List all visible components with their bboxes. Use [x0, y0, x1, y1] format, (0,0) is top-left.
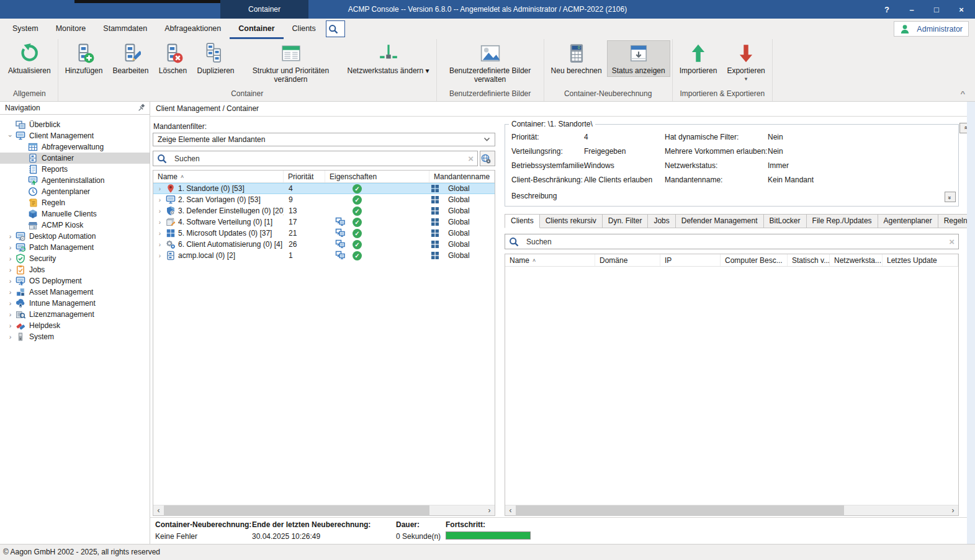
- expand-chevron-icon[interactable]: ›: [156, 241, 163, 248]
- column-header-ip[interactable]: IP: [660, 254, 721, 266]
- expand-chevron-icon[interactable]: ›: [5, 333, 16, 340]
- scroll-left-icon[interactable]: ‹: [505, 506, 516, 515]
- column-header-name[interactable]: Name ˄: [505, 254, 595, 266]
- expand-chevron-icon[interactable]: ›: [156, 230, 163, 237]
- nav-item-container[interactable]: Container: [0, 153, 150, 164]
- menu-item-system[interactable]: System: [4, 19, 47, 39]
- maximize-button[interactable]: □: [924, 0, 949, 19]
- column-header-domäne[interactable]: Domäne: [595, 254, 660, 266]
- clients-search-input[interactable]: Suchen ×: [505, 234, 959, 249]
- ribbon-collapse-button[interactable]: ^: [960, 91, 965, 98]
- nav-item-jobs[interactable]: ›Jobs: [0, 264, 150, 275]
- tab-bitlocker[interactable]: BitLocker: [764, 214, 807, 228]
- expand-chevron-icon[interactable]: ›: [156, 197, 163, 203]
- column-header-netzwerksta[interactable]: Netzwerksta...: [830, 254, 883, 266]
- expand-chevron-icon[interactable]: ›: [156, 219, 163, 226]
- expand-chevron-icon[interactable]: ›: [5, 255, 16, 262]
- column-header-mandantenname[interactable]: Mandantenname: [429, 171, 495, 182]
- menu-item-monitore[interactable]: Monitore: [47, 19, 95, 39]
- scroll-left-icon[interactable]: ‹: [153, 506, 164, 515]
- expand-chevron-icon[interactable]: ›: [5, 311, 16, 318]
- container-row-4-software-verteilung-0-1[interactable]: ›4. Software Verteilung (0) [1]17✓Global: [153, 216, 495, 228]
- container-row-1-standorte-0-53[interactable]: ›1. Standorte (0) [53]4✓Global: [153, 183, 495, 194]
- ribbon-button-neu-berechnen[interactable]: 0Neu berechnen: [547, 41, 606, 76]
- tab-agentenplaner[interactable]: Agentenplaner: [878, 214, 938, 228]
- help-button[interactable]: ?: [874, 0, 899, 19]
- ribbon-button-netzwerkstatus-ändern[interactable]: Netzwerkstatus ändern ▾: [343, 41, 434, 76]
- nav-item-os-deployment[interactable]: ›OS Deployment: [0, 275, 150, 287]
- menu-item-clients[interactable]: Clients: [284, 19, 325, 39]
- expand-chevron-icon[interactable]: ›: [5, 322, 16, 329]
- expand-panel-button[interactable]: »: [945, 192, 956, 202]
- ribbon-button-struktur-und-prioritäten-verändern[interactable]: Struktur und Prioritäten verändern: [240, 41, 342, 85]
- expand-chevron-icon[interactable]: ›: [5, 288, 16, 296]
- expand-chevron-icon[interactable]: ›: [5, 277, 16, 285]
- menu-item-abfrageaktionen[interactable]: Abfrageaktionen: [156, 19, 230, 39]
- nav-item-agentenplaner[interactable]: Agentenplaner: [0, 186, 150, 197]
- ribbon-button-exportieren[interactable]: Exportieren▾: [722, 41, 769, 83]
- column-header-priorität[interactable]: Priorität: [284, 171, 325, 182]
- nav-item-überblick[interactable]: Überblick: [0, 119, 150, 130]
- nav-item-acmp-kiosk[interactable]: ACMP Kiosk: [0, 220, 150, 231]
- nav-item-agenteninstallation[interactable]: Agenteninstallation: [0, 175, 150, 186]
- horizontal-scrollbar[interactable]: ‹ ›: [505, 505, 958, 515]
- column-header-name[interactable]: Name ˄: [153, 171, 284, 182]
- nav-item-reports[interactable]: Reports: [0, 164, 150, 175]
- nav-item-intune-management[interactable]: ›Intune Management: [0, 298, 150, 309]
- scrollbar-thumb[interactable]: [516, 505, 844, 516]
- nav-item-asset-management[interactable]: ›Asset Management: [0, 287, 150, 298]
- menu-item-stammdaten[interactable]: Stammdaten: [94, 19, 156, 39]
- expand-chevron-icon[interactable]: ›: [156, 252, 163, 259]
- menu-item-container[interactable]: Container: [230, 19, 283, 39]
- ribbon-button-benutzerdefinierte-bilder-verwalten[interactable]: Benutzerdefinierte Bilder verwalten: [439, 41, 541, 85]
- expand-chevron-icon[interactable]: ›: [5, 244, 16, 251]
- scroll-right-icon[interactable]: ›: [484, 506, 495, 515]
- ribbon-button-importieren[interactable]: Importieren: [675, 41, 722, 76]
- expand-chevron-icon[interactable]: ›: [7, 131, 14, 141]
- menu-search-button[interactable]: [326, 20, 345, 37]
- nav-item-patch-management[interactable]: ›Patch Management: [0, 242, 150, 253]
- ribbon-button-duplizieren[interactable]: Duplizieren: [192, 41, 238, 76]
- ribbon-button-bearbeiten[interactable]: Bearbeiten: [108, 41, 153, 76]
- tab-clients-rekursiv[interactable]: Clients rekursiv: [540, 214, 603, 228]
- tab-dyn-filter[interactable]: Dyn. Filter: [603, 214, 649, 228]
- search-settings-button[interactable]: [480, 151, 495, 166]
- close-button[interactable]: ×: [949, 0, 974, 19]
- nav-item-lizenzmanagement[interactable]: ›Lizenzmanagement: [0, 309, 150, 320]
- horizontal-scrollbar[interactable]: ‹ ›: [153, 505, 495, 515]
- tab-defender-management[interactable]: Defender Management: [676, 214, 764, 228]
- column-header-statisch-v[interactable]: Statisch v...: [788, 254, 830, 266]
- column-header-eigenschaften[interactable]: Eigenschaften: [325, 171, 429, 182]
- nav-item-system[interactable]: ›System: [0, 331, 150, 342]
- column-header-letztes-update[interactable]: Letztes Update: [883, 254, 958, 266]
- column-header-computer-besc[interactable]: Computer Besc...: [721, 254, 788, 266]
- container-row-3-defender-einstellugen-0-20[interactable]: ›3. Defender Einstellugen (0) [20]13✓Glo…: [153, 205, 495, 216]
- expand-chevron-icon[interactable]: ›: [5, 233, 16, 240]
- nav-item-desktop-automation[interactable]: ›Desktop Automation: [0, 231, 150, 242]
- expand-chevron-icon[interactable]: ›: [156, 208, 163, 215]
- minimize-button[interactable]: –: [899, 0, 924, 19]
- clear-search-icon[interactable]: ×: [949, 236, 955, 247]
- scrollbar-thumb[interactable]: [164, 505, 429, 516]
- titlebar-app-tab[interactable]: Container: [220, 0, 308, 19]
- expand-chevron-icon[interactable]: ›: [156, 185, 163, 192]
- ribbon-button-status-anzeigen[interactable]: Status anzeigen: [608, 41, 670, 76]
- expand-chevron-icon[interactable]: ›: [5, 300, 16, 307]
- ribbon-button-löschen[interactable]: Löschen: [154, 41, 191, 76]
- clear-search-icon[interactable]: ×: [468, 153, 474, 164]
- container-search-input[interactable]: Suchen ×: [153, 151, 478, 166]
- container-row-acmp-local-0-2[interactable]: ›acmp.local (0) [2]1✓Global: [153, 250, 495, 261]
- container-row-5-microsoft-updates-0-37[interactable]: ›5. Microsoft Updates (0) [37]21✓Global: [153, 228, 495, 239]
- mandant-filter-select[interactable]: Zeige Elemente aller Mandanten: [153, 133, 495, 146]
- container-row-6-client-automatisierung-0-4[interactable]: ›6. Client Automatisierung (0) [4]26✓Glo…: [153, 239, 495, 250]
- ribbon-button-hinzufügen[interactable]: Hinzufügen: [61, 41, 107, 76]
- nav-item-manuelle-clients[interactable]: Manuelle Clients: [0, 208, 150, 220]
- expand-chevron-icon[interactable]: ›: [5, 266, 16, 273]
- ribbon-button-aktualisieren[interactable]: Aktualisieren: [4, 41, 55, 76]
- pin-icon[interactable]: [137, 104, 146, 112]
- nav-item-abfrageverwaltung[interactable]: Abfrageverwaltung: [0, 141, 150, 153]
- scroll-right-icon[interactable]: ›: [948, 506, 958, 515]
- container-row-2-scan-vorlagen-0-53[interactable]: ›2. Scan Vorlagen (0) [53]9✓Global: [153, 194, 495, 205]
- nav-item-client-management[interactable]: ›Client Management: [0, 130, 150, 141]
- tab-file-rep-updates[interactable]: File Rep./Updates: [807, 214, 878, 228]
